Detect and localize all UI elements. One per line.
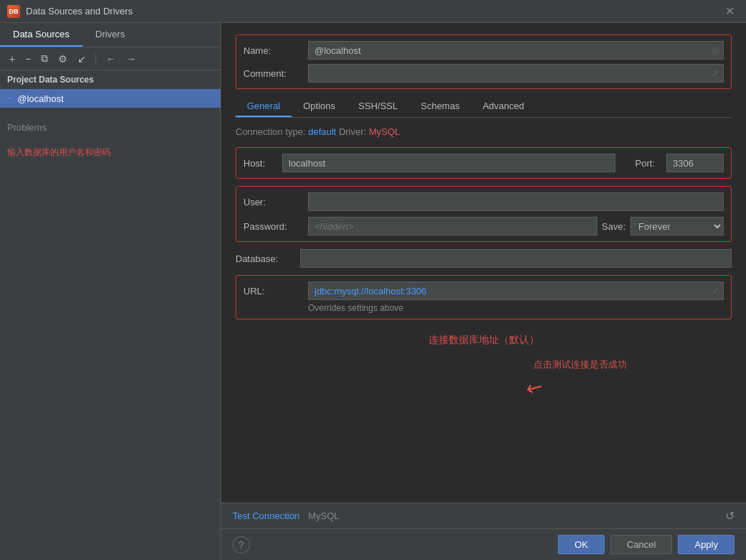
tab-advanced[interactable]: Advanced <box>471 96 536 117</box>
comment-input-wrap: ⤢ <box>308 64 724 83</box>
inner-tabs: General Options SSH/SSL Schemas Advanced <box>236 96 732 118</box>
comment-input[interactable] <box>309 65 707 82</box>
help-button[interactable]: ? <box>233 536 250 554</box>
datasource-label: @localhost <box>17 93 64 104</box>
save-label: Save: <box>602 221 630 232</box>
problems-section: Problems <box>0 115 220 140</box>
cancel-button[interactable]: Cancel <box>610 535 672 554</box>
database-input[interactable] <box>300 249 732 268</box>
save-dropdown[interactable]: Forever Until restart Never <box>630 217 724 235</box>
action-row: ? OK Cancel Apply <box>221 528 746 560</box>
user-label: User: <box>243 197 308 207</box>
copy-button[interactable]: ⧉ <box>37 50 52 67</box>
driver-value[interactable]: MySQL <box>369 126 400 137</box>
tab-data-sources[interactable]: Data Sources <box>0 23 83 47</box>
tab-sshssl[interactable]: SSH/SSL <box>347 96 409 117</box>
url-label: URL: <box>243 286 308 297</box>
add-button[interactable]: + <box>6 51 19 67</box>
conn-type-label: Connection type: <box>236 126 306 137</box>
apply-button[interactable]: Apply <box>678 535 735 554</box>
test-annotation-area: 点击测试连接是否成功 ↙ <box>236 358 732 399</box>
annotation-url: 连接数据库地址（默认） <box>429 334 539 347</box>
arrow-down-icon: ↙ <box>521 373 547 401</box>
left-toolbar: + − ⧉ ⚙ ↙ ← → <box>0 47 220 70</box>
name-input[interactable] <box>309 42 707 59</box>
datasource-item-localhost[interactable]: ~ @localhost <box>0 89 220 108</box>
test-conn-driver: MySQL <box>308 510 339 521</box>
database-label: Database: <box>236 253 300 264</box>
conn-type-value[interactable]: default <box>308 126 336 137</box>
annotation-username-password: 输入数据库的用户名和密码 <box>0 140 220 164</box>
problems-label: Problems <box>7 122 47 133</box>
form-area: 数据库别名，有默认 Name: ◎ Comment: ⤢ <box>221 23 746 503</box>
bottom-bar: Test Connection MySQL ↺ <box>221 503 746 528</box>
main-tabs: Data Sources Drivers <box>0 23 220 47</box>
url-hint: Overrides settings above <box>243 303 724 313</box>
tab-options[interactable]: Options <box>292 96 347 117</box>
close-button[interactable]: ✕ <box>721 3 739 19</box>
remove-button[interactable]: − <box>22 51 34 67</box>
database-row: Database: <box>236 249 732 268</box>
forward-button[interactable]: → <box>122 51 139 67</box>
comment-label: Comment: <box>243 68 308 79</box>
host-input[interactable] <box>282 154 615 172</box>
section-header: Project Data Sources <box>0 70 220 89</box>
user-pass-section: User: Password: Save: Forever Until rest… <box>236 186 732 242</box>
host-label: Host: <box>243 158 275 169</box>
user-input[interactable] <box>308 192 724 211</box>
left-panel: Data Sources Drivers + − ⧉ ⚙ ↙ ← → Proje… <box>0 23 221 560</box>
url-input[interactable] <box>309 283 708 299</box>
url-expand-icon[interactable]: ⤢ <box>708 286 723 296</box>
toolbar-separator <box>95 53 96 65</box>
comment-expand-icon[interactable]: ⤢ <box>707 68 723 78</box>
test-connection-button[interactable]: Test Connection <box>233 510 299 521</box>
port-input[interactable] <box>666 154 724 172</box>
back-button[interactable]: ← <box>102 51 119 67</box>
annotation-test: 点击测试连接是否成功 <box>533 358 627 371</box>
driver-label: Driver: <box>339 126 366 137</box>
tab-general[interactable]: General <box>236 96 292 117</box>
port-label: Port: <box>630 158 655 169</box>
tab-drivers[interactable]: Drivers <box>83 23 138 47</box>
password-input[interactable] <box>308 217 597 235</box>
password-label: Password: <box>243 221 308 232</box>
refresh-button[interactable]: ↺ <box>725 509 735 523</box>
ok-button[interactable]: OK <box>558 535 605 554</box>
window-title: Data Sources and Drivers <box>26 6 133 17</box>
app-icon: DB <box>7 5 20 18</box>
import-button[interactable]: ↙ <box>74 51 90 67</box>
name-input-wrap: ◎ <box>308 41 724 60</box>
name-icon: ◎ <box>707 45 723 55</box>
host-port-row: Host: Port: <box>243 154 724 172</box>
datasource-icon: ~ <box>7 93 13 104</box>
connection-type-row: Connection type: default Driver: MySQL <box>236 126 732 137</box>
title-bar: DB Data Sources and Drivers ✕ <box>0 0 746 23</box>
right-panel: 数据库别名，有默认 Name: ◎ Comment: ⤢ <box>221 23 746 560</box>
url-section: URL: ⤢ Overrides settings above <box>236 275 732 319</box>
name-label: Name: <box>243 45 308 56</box>
settings-button[interactable]: ⚙ <box>55 51 71 67</box>
url-input-wrap: ⤢ <box>308 281 724 300</box>
bottom-annotation-area: 连接数据库地址（默认） <box>236 327 732 351</box>
tab-schemas[interactable]: Schemas <box>409 96 471 117</box>
